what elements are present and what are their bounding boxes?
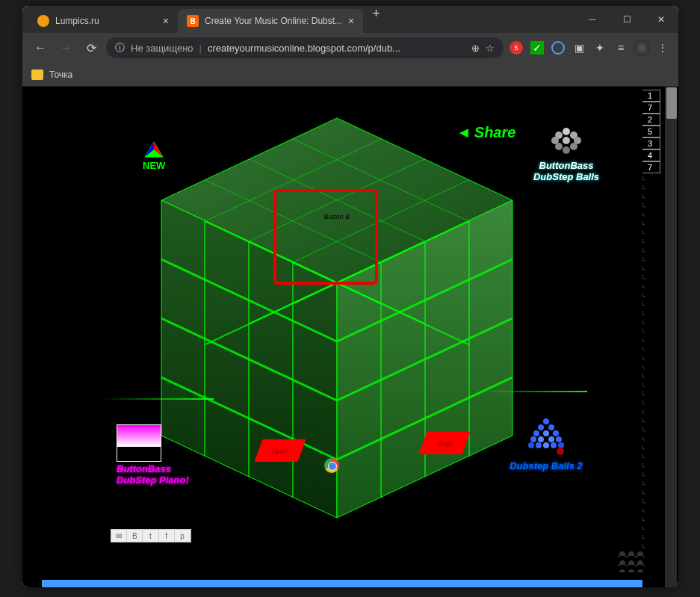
counter-digit: 5: [639, 126, 660, 137]
url-box[interactable]: ⓘ Не защищено | createyourmusiconline.bl…: [106, 37, 504, 58]
counter-digit: 7: [639, 161, 660, 173]
forward-button[interactable]: →: [55, 37, 76, 58]
extensions-menu-icon[interactable]: ✦: [592, 40, 608, 56]
bookmarks-bar: Точка: [22, 63, 678, 87]
svg-point-36: [563, 137, 570, 144]
share-facebook-icon[interactable]: f: [159, 530, 175, 542]
url-text: createyourmusiconline.blogspot.com/p/dub…: [208, 43, 465, 54]
svg-point-43: [548, 424, 554, 430]
piano-line2: DubStep Piano!: [117, 474, 251, 486]
reading-list-icon[interactable]: ≡: [613, 40, 629, 56]
dubstep-balls-link[interactable]: ButtonBass DubStep Balls: [521, 124, 611, 182]
star-icon[interactable]: ☆: [486, 43, 495, 54]
back-button[interactable]: ←: [30, 37, 51, 58]
progress-bar: [42, 580, 642, 587]
svg-point-51: [528, 442, 534, 448]
counter-digit: 3: [639, 137, 660, 149]
scrollbar-track[interactable]: [665, 87, 677, 587]
dubstep-balls2-link[interactable]: Dubstep Balls 2: [505, 417, 587, 471]
svg-point-32: [563, 128, 570, 135]
search-icon[interactable]: ⊕: [471, 43, 480, 54]
sync-button[interactable]: Sync: [255, 439, 306, 462]
close-tab-icon[interactable]: ×: [163, 15, 169, 27]
balls1-line1: ButtonBass: [521, 160, 611, 171]
svg-point-42: [538, 424, 544, 430]
svg-point-46: [553, 430, 559, 436]
maximize-button[interactable]: ☐: [610, 6, 644, 33]
share-toolbar: ✉ B t f p: [111, 529, 191, 542]
menu-icon[interactable]: ⋮: [654, 40, 671, 56]
tab-title: Create Your Music Online: Dubst...: [205, 16, 342, 26]
chrome-icon[interactable]: [324, 458, 339, 473]
profile-avatar[interactable]: [634, 40, 650, 56]
laser-right: [475, 391, 587, 392]
tab-strip: Lumpics.ru × B Create Your Music Online:…: [22, 6, 389, 33]
svg-point-47: [530, 436, 536, 442]
svg-point-55: [558, 442, 564, 448]
svg-point-52: [536, 442, 542, 448]
counter-digit: 2: [639, 114, 660, 126]
new-tab-button[interactable]: +: [363, 6, 389, 33]
close-button[interactable]: ✕: [644, 6, 678, 33]
laser-left: [102, 398, 214, 400]
share-pinterest-icon[interactable]: p: [175, 530, 191, 542]
svg-point-40: [563, 146, 570, 154]
balls2-label: Dubstep Balls 2: [505, 460, 587, 471]
browser-window: Lumpics.ru × B Create Your Music Online:…: [22, 6, 678, 587]
page-content: 1 7 2 5 3 4 7: [22, 87, 678, 587]
svg-point-44: [533, 430, 539, 436]
tab-create-music[interactable]: B Create Your Music Online: Dubst... ×: [178, 9, 363, 33]
minimize-button[interactable]: ─: [575, 6, 610, 33]
share-blog-icon[interactable]: B: [127, 530, 143, 542]
share-button[interactable]: Share: [456, 124, 515, 141]
svg-text:Button B: Button B: [324, 213, 350, 220]
flash-stage: Button B NEW Share ButtonBass DubStep Ba…: [42, 88, 642, 551]
tab-lumpics[interactable]: Lumpics.ru ×: [28, 9, 178, 33]
new-label: NEW: [143, 160, 165, 171]
balls-icon: [548, 124, 585, 157]
security-status: Не защищено: [131, 43, 193, 54]
svg-point-38: [555, 143, 563, 150]
extension-globe[interactable]: [550, 40, 566, 56]
address-bar: ← → ⟳ ⓘ Не защищено | createyourmusiconl…: [22, 33, 678, 63]
extension-adblock[interactable]: 5: [508, 40, 524, 56]
svg-point-41: [543, 418, 549, 424]
svg-point-56: [557, 448, 564, 455]
favicon-blogger: B: [187, 15, 199, 27]
stop-button[interactable]: Stop: [419, 432, 471, 454]
svg-point-53: [543, 442, 549, 448]
hit-counter: 1 7 2 5 3 4 7: [639, 90, 660, 173]
tab-title: Lumpics.ru: [55, 16, 157, 26]
window-controls: ─ ☐ ✕: [575, 6, 678, 33]
piano-icon: [117, 424, 161, 462]
svg-point-49: [548, 436, 554, 442]
new-button[interactable]: NEW: [143, 140, 165, 171]
piano-line1: ButtonBass: [117, 463, 251, 474]
favicon-lumpics: [37, 15, 49, 27]
counter-digit: 4: [639, 149, 660, 161]
balls1-line2: DubStep Balls: [521, 171, 611, 182]
dubstep-piano-link[interactable]: ButtonBass DubStep Piano!: [117, 424, 251, 486]
reload-button[interactable]: ⟳: [81, 37, 102, 58]
titlebar: Lumpics.ru × B Create Your Music Online:…: [22, 6, 678, 33]
extension-box-icon[interactable]: ▣: [571, 40, 587, 56]
info-icon: ⓘ: [115, 41, 125, 55]
scrollbar-thumb[interactable]: [666, 87, 677, 119]
extension-check[interactable]: ✓: [529, 40, 545, 56]
svg-point-45: [543, 430, 549, 436]
svg-point-48: [538, 436, 544, 442]
share-email-icon[interactable]: ✉: [111, 530, 127, 542]
close-tab-icon[interactable]: ×: [348, 15, 354, 27]
balls2-icon: [527, 417, 565, 457]
bookmark-item[interactable]: Точка: [49, 69, 72, 80]
extension-badge: 5: [509, 41, 523, 55]
svg-point-39: [570, 143, 577, 150]
svg-point-54: [551, 442, 557, 448]
share-twitter-icon[interactable]: t: [143, 530, 158, 542]
folder-icon: [31, 69, 43, 80]
counter-digit: 7: [639, 102, 660, 114]
counter-digit: 1: [639, 90, 660, 102]
svg-point-50: [556, 436, 562, 442]
